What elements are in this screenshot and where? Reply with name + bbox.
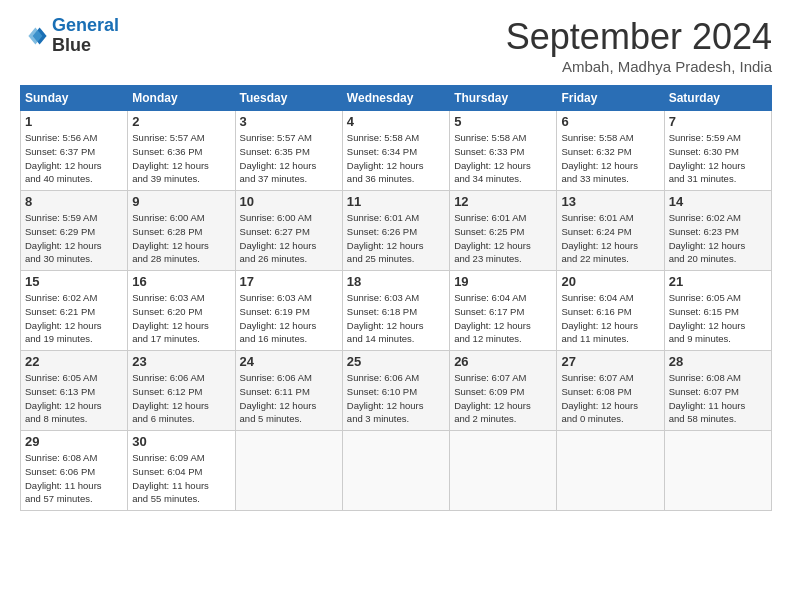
day-info: Sunrise: 6:06 AMSunset: 6:11 PMDaylight:… [240,372,317,424]
logo-blue: Blue [52,35,91,55]
day-number: 12 [454,194,552,209]
day-number: 21 [669,274,767,289]
table-row: 18Sunrise: 6:03 AMSunset: 6:18 PMDayligh… [342,271,449,351]
day-info: Sunrise: 6:07 AMSunset: 6:08 PMDaylight:… [561,372,638,424]
day-info: Sunrise: 5:56 AMSunset: 6:37 PMDaylight:… [25,132,102,184]
day-number: 4 [347,114,445,129]
day-number: 22 [25,354,123,369]
table-row: 5Sunrise: 5:58 AMSunset: 6:33 PMDaylight… [450,111,557,191]
day-info: Sunrise: 6:08 AMSunset: 6:07 PMDaylight:… [669,372,746,424]
table-row: 11Sunrise: 6:01 AMSunset: 6:26 PMDayligh… [342,191,449,271]
table-row [342,431,449,511]
calendar-week-2: 8Sunrise: 5:59 AMSunset: 6:29 PMDaylight… [21,191,772,271]
day-number: 13 [561,194,659,209]
col-monday: Monday [128,86,235,111]
day-number: 20 [561,274,659,289]
day-number: 26 [454,354,552,369]
day-info: Sunrise: 6:02 AMSunset: 6:23 PMDaylight:… [669,212,746,264]
page: General Blue September 2024 Ambah, Madhy… [0,0,792,521]
day-info: Sunrise: 6:07 AMSunset: 6:09 PMDaylight:… [454,372,531,424]
col-saturday: Saturday [664,86,771,111]
table-row: 21Sunrise: 6:05 AMSunset: 6:15 PMDayligh… [664,271,771,351]
day-number: 15 [25,274,123,289]
day-info: Sunrise: 6:04 AMSunset: 6:16 PMDaylight:… [561,292,638,344]
logo-general: General [52,15,119,35]
day-number: 6 [561,114,659,129]
col-tuesday: Tuesday [235,86,342,111]
table-row: 8Sunrise: 5:59 AMSunset: 6:29 PMDaylight… [21,191,128,271]
day-info: Sunrise: 5:58 AMSunset: 6:32 PMDaylight:… [561,132,638,184]
logo: General Blue [20,16,119,56]
table-row: 17Sunrise: 6:03 AMSunset: 6:19 PMDayligh… [235,271,342,351]
day-info: Sunrise: 6:03 AMSunset: 6:19 PMDaylight:… [240,292,317,344]
day-info: Sunrise: 6:03 AMSunset: 6:18 PMDaylight:… [347,292,424,344]
day-info: Sunrise: 6:01 AMSunset: 6:24 PMDaylight:… [561,212,638,264]
table-row: 29Sunrise: 6:08 AMSunset: 6:06 PMDayligh… [21,431,128,511]
col-wednesday: Wednesday [342,86,449,111]
day-number: 25 [347,354,445,369]
day-info: Sunrise: 6:08 AMSunset: 6:06 PMDaylight:… [25,452,102,504]
table-row [450,431,557,511]
col-thursday: Thursday [450,86,557,111]
day-info: Sunrise: 5:59 AMSunset: 6:29 PMDaylight:… [25,212,102,264]
day-number: 24 [240,354,338,369]
table-row: 13Sunrise: 6:01 AMSunset: 6:24 PMDayligh… [557,191,664,271]
table-row: 28Sunrise: 6:08 AMSunset: 6:07 PMDayligh… [664,351,771,431]
table-row: 12Sunrise: 6:01 AMSunset: 6:25 PMDayligh… [450,191,557,271]
day-number: 18 [347,274,445,289]
day-number: 16 [132,274,230,289]
day-info: Sunrise: 5:57 AMSunset: 6:36 PMDaylight:… [132,132,209,184]
table-row: 27Sunrise: 6:07 AMSunset: 6:08 PMDayligh… [557,351,664,431]
day-number: 8 [25,194,123,209]
calendar-week-5: 29Sunrise: 6:08 AMSunset: 6:06 PMDayligh… [21,431,772,511]
table-row: 6Sunrise: 5:58 AMSunset: 6:32 PMDaylight… [557,111,664,191]
table-row: 26Sunrise: 6:07 AMSunset: 6:09 PMDayligh… [450,351,557,431]
day-info: Sunrise: 6:01 AMSunset: 6:25 PMDaylight:… [454,212,531,264]
location: Ambah, Madhya Pradesh, India [506,58,772,75]
day-number: 19 [454,274,552,289]
table-row: 9Sunrise: 6:00 AMSunset: 6:28 PMDaylight… [128,191,235,271]
table-row [664,431,771,511]
day-number: 28 [669,354,767,369]
calendar-week-4: 22Sunrise: 6:05 AMSunset: 6:13 PMDayligh… [21,351,772,431]
day-number: 14 [669,194,767,209]
day-info: Sunrise: 6:04 AMSunset: 6:17 PMDaylight:… [454,292,531,344]
table-row: 16Sunrise: 6:03 AMSunset: 6:20 PMDayligh… [128,271,235,351]
table-row: 19Sunrise: 6:04 AMSunset: 6:17 PMDayligh… [450,271,557,351]
header: General Blue September 2024 Ambah, Madhy… [20,16,772,75]
day-number: 5 [454,114,552,129]
day-info: Sunrise: 5:59 AMSunset: 6:30 PMDaylight:… [669,132,746,184]
day-info: Sunrise: 5:58 AMSunset: 6:34 PMDaylight:… [347,132,424,184]
table-row: 10Sunrise: 6:00 AMSunset: 6:27 PMDayligh… [235,191,342,271]
title-block: September 2024 Ambah, Madhya Pradesh, In… [506,16,772,75]
day-info: Sunrise: 5:57 AMSunset: 6:35 PMDaylight:… [240,132,317,184]
day-info: Sunrise: 6:05 AMSunset: 6:13 PMDaylight:… [25,372,102,424]
logo-icon [20,22,48,50]
table-row: 15Sunrise: 6:02 AMSunset: 6:21 PMDayligh… [21,271,128,351]
calendar-table: Sunday Monday Tuesday Wednesday Thursday… [20,85,772,511]
table-row: 30Sunrise: 6:09 AMSunset: 6:04 PMDayligh… [128,431,235,511]
day-number: 23 [132,354,230,369]
day-info: Sunrise: 5:58 AMSunset: 6:33 PMDaylight:… [454,132,531,184]
table-row: 2Sunrise: 5:57 AMSunset: 6:36 PMDaylight… [128,111,235,191]
calendar-week-3: 15Sunrise: 6:02 AMSunset: 6:21 PMDayligh… [21,271,772,351]
day-number: 7 [669,114,767,129]
table-row [557,431,664,511]
day-number: 2 [132,114,230,129]
header-row: Sunday Monday Tuesday Wednesday Thursday… [21,86,772,111]
day-info: Sunrise: 6:06 AMSunset: 6:12 PMDaylight:… [132,372,209,424]
day-info: Sunrise: 6:06 AMSunset: 6:10 PMDaylight:… [347,372,424,424]
table-row: 7Sunrise: 5:59 AMSunset: 6:30 PMDaylight… [664,111,771,191]
day-number: 1 [25,114,123,129]
col-sunday: Sunday [21,86,128,111]
table-row: 14Sunrise: 6:02 AMSunset: 6:23 PMDayligh… [664,191,771,271]
day-info: Sunrise: 6:01 AMSunset: 6:26 PMDaylight:… [347,212,424,264]
table-row: 24Sunrise: 6:06 AMSunset: 6:11 PMDayligh… [235,351,342,431]
table-row: 25Sunrise: 6:06 AMSunset: 6:10 PMDayligh… [342,351,449,431]
day-info: Sunrise: 6:09 AMSunset: 6:04 PMDaylight:… [132,452,209,504]
day-number: 17 [240,274,338,289]
table-row [235,431,342,511]
logo-text: General Blue [52,16,119,56]
table-row: 1Sunrise: 5:56 AMSunset: 6:37 PMDaylight… [21,111,128,191]
day-info: Sunrise: 6:00 AMSunset: 6:28 PMDaylight:… [132,212,209,264]
